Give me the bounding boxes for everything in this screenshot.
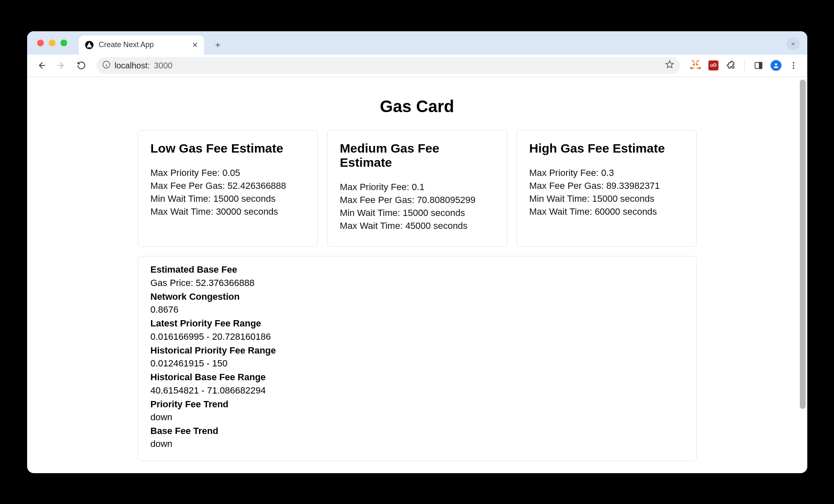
window-controls [37, 40, 67, 46]
estimate-card-high: High Gas Fee Estimate Max Priority Fee: … [517, 130, 697, 247]
window-close-button[interactable] [37, 40, 44, 46]
card-line: Min Wait Time: 15000 seconds [151, 192, 305, 205]
svg-text:uO: uO [710, 63, 717, 68]
card-line: Max Priority Fee: 0.05 [151, 166, 305, 179]
card-line: Max Fee Per Gas: 89.33982371 [529, 179, 684, 192]
card-line: Max Wait Time: 45000 seconds [340, 219, 494, 232]
card-title: Medium Gas Fee Estimate [340, 141, 494, 170]
summary-label: Historical Base Fee Range [151, 371, 684, 384]
svg-point-8 [793, 68, 794, 69]
extensions-puzzle-icon[interactable] [726, 57, 735, 74]
window-maximize-button[interactable] [60, 40, 67, 46]
tab-title: Create Next App [99, 40, 187, 49]
card-line: Min Wait Time: 15000 seconds [529, 192, 684, 205]
card-line: Max Priority Fee: 0.1 [340, 181, 494, 193]
svg-point-6 [793, 62, 794, 64]
summary-value: down [151, 437, 684, 450]
browser-window: Create Next App ✕ localhost:3000 [27, 31, 807, 473]
forward-button[interactable] [53, 57, 70, 74]
summary-value: Gas Price: 52.376366888 [151, 276, 684, 289]
summary-label: Historical Priority Fee Range [151, 344, 684, 357]
profile-avatar[interactable] [771, 60, 781, 71]
estimate-card-low: Low Gas Fee Estimate Max Priority Fee: 0… [138, 130, 318, 247]
card-title: High Gas Fee Estimate [529, 141, 684, 155]
tab-strip: Create Next App ✕ [27, 31, 807, 55]
viewport: Gas Card Low Gas Fee Estimate Max Priori… [27, 77, 807, 473]
url-host: localhost: [115, 61, 150, 70]
ublock-extension-icon[interactable]: uO [708, 60, 718, 70]
summary-value: 0.8676 [151, 303, 684, 316]
card-line: Max Fee Per Gas: 52.426366888 [151, 179, 305, 192]
back-button[interactable] [33, 57, 50, 74]
summary-value: 0.016166995 - 20.728160186 [151, 330, 684, 343]
cards-grid: Low Gas Fee Estimate Max Priority Fee: 0… [138, 130, 697, 461]
summary-label: Network Congestion [151, 290, 684, 303]
tabs-dropdown-button[interactable] [786, 37, 800, 50]
summary-label: Priority Fee Trend [151, 398, 684, 411]
card-line: Min Wait Time: 15000 seconds [340, 206, 494, 219]
card-line: Max Fee Per Gas: 70.808095299 [340, 193, 494, 206]
favicon-icon [85, 40, 94, 50]
card-line: Max Wait Time: 60000 seconds [529, 205, 684, 218]
address-bar[interactable]: localhost:3000 [96, 57, 680, 74]
extension-icons: uO [690, 57, 798, 74]
summary-value: 40.6154821 - 71.086682294 [151, 384, 684, 397]
tab-close-button[interactable]: ✕ [192, 40, 198, 50]
metamask-extension-icon[interactable] [690, 59, 701, 72]
svg-point-7 [793, 65, 794, 66]
card-title: Low Gas Fee Estimate [151, 141, 305, 155]
window-minimize-button[interactable] [49, 40, 55, 46]
browser-toolbar: localhost:3000 uO [27, 55, 807, 77]
bookmark-star-icon[interactable] [665, 60, 674, 71]
card-line: Max Wait Time: 30000 seconds [151, 205, 305, 218]
summary-card: Estimated Base Fee Gas Price: 52.3763668… [138, 256, 697, 461]
vertical-scrollbar[interactable] [800, 80, 806, 409]
summary-label: Latest Priority Fee Range [151, 317, 684, 330]
new-tab-button[interactable] [210, 37, 226, 53]
kebab-menu-icon[interactable] [789, 57, 798, 74]
summary-value: down [151, 411, 684, 424]
side-panel-icon[interactable] [754, 57, 763, 74]
summary-label: Base Fee Trend [151, 424, 684, 437]
page-title: Gas Card [27, 97, 807, 116]
estimate-card-medium: Medium Gas Fee Estimate Max Priority Fee… [327, 130, 507, 247]
summary-label: Estimated Base Fee [151, 263, 684, 276]
svg-point-5 [775, 63, 777, 65]
toolbar-divider [744, 60, 745, 71]
card-line: Max Priority Fee: 0.3 [529, 166, 684, 179]
summary-value: 0.012461915 - 150 [151, 357, 684, 370]
url-path: 3000 [154, 61, 173, 70]
site-info-icon[interactable] [102, 60, 111, 71]
browser-tab[interactable]: Create Next App ✕ [79, 35, 204, 55]
page-content: Gas Card Low Gas Fee Estimate Max Priori… [27, 77, 807, 473]
reload-button[interactable] [73, 57, 90, 74]
svg-rect-4 [759, 63, 761, 69]
